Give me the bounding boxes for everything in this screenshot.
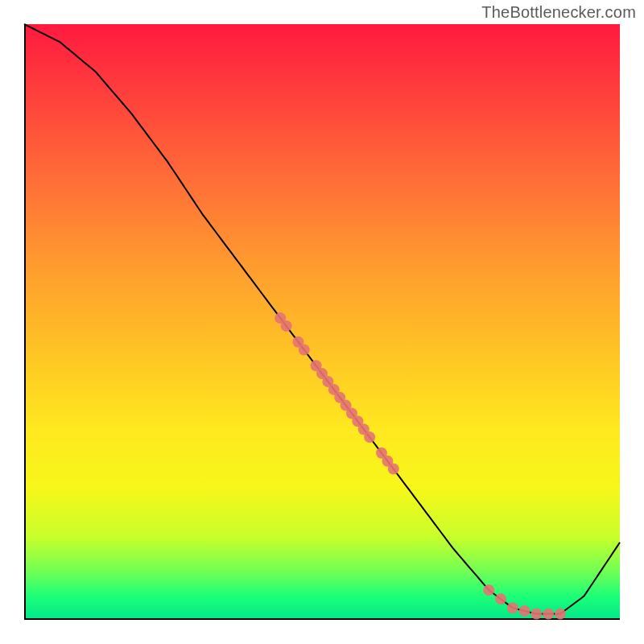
points-layer: [275, 312, 566, 619]
data-point: [519, 605, 530, 617]
chart-svg: [24, 24, 620, 620]
data-point: [543, 609, 554, 620]
data-point: [299, 345, 310, 356]
chart-container: TheBottlenecker.com: [0, 0, 644, 644]
data-point: [507, 602, 518, 613]
data-point: [483, 584, 494, 596]
data-point: [555, 609, 566, 620]
data-point: [495, 593, 506, 605]
data-point: [364, 431, 375, 443]
data-point: [530, 609, 542, 620]
bottleneck-curve: [24, 24, 620, 614]
data-point: [281, 320, 292, 332]
data-point: [388, 464, 399, 475]
curve-layer: [24, 24, 620, 614]
attribution-text: TheBottlenecker.com: [481, 3, 636, 22]
